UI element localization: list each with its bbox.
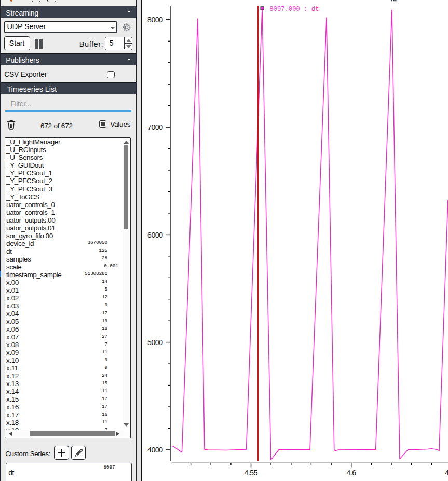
svg-text:4.55: 4.55 bbox=[244, 469, 257, 477]
svg-text:5000: 5000 bbox=[147, 338, 163, 347]
svg-text:4000: 4000 bbox=[147, 446, 163, 454]
svg-text:4.65: 4.65 bbox=[445, 469, 448, 477]
svg-text:4.6: 4.6 bbox=[346, 469, 356, 477]
svg-text:8000: 8000 bbox=[147, 16, 163, 24]
svg-text:7000: 7000 bbox=[147, 123, 163, 131]
svg-text:8097.000 : dt: 8097.000 : dt bbox=[269, 6, 319, 13]
svg-text:6000: 6000 bbox=[147, 231, 163, 239]
